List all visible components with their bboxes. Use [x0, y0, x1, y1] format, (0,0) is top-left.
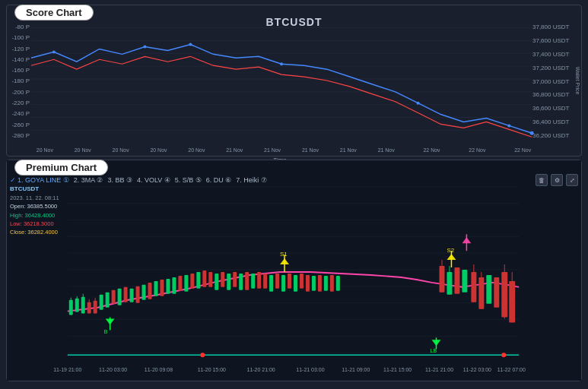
svg-text:21 Nov: 21 Nov — [340, 147, 358, 153]
delete-icon[interactable]: 🗑 — [536, 174, 548, 186]
svg-text:11-20 09:08: 11-20 09:08 — [145, 367, 173, 372]
svg-text:B: B — [104, 329, 108, 334]
svg-rect-71 — [202, 270, 206, 287]
svg-text:11-20 03:00: 11-20 03:00 — [99, 367, 127, 372]
toolbar-du-label: 6. DU ⑥ — [206, 176, 232, 184]
svg-rect-85 — [288, 274, 291, 289]
svg-rect-82 — [269, 275, 273, 292]
svg-text:11-21 03:00: 11-21 03:00 — [296, 367, 324, 372]
svg-rect-64 — [160, 280, 164, 296]
toolbar-volv-label: 4. VOLV ④ — [137, 176, 170, 184]
svg-rect-73 — [215, 274, 218, 290]
svg-text:20 Nov: 20 Nov — [37, 147, 54, 153]
svg-text:21 Nov: 21 Nov — [302, 147, 319, 153]
svg-text:21 Nov: 21 Nov — [378, 147, 396, 153]
svg-point-9 — [52, 50, 56, 53]
svg-rect-63 — [154, 281, 157, 296]
premium-chart-panel: Premium Chart ✓ 1. GOYA LINE ① 2. 3MA ② … — [6, 160, 582, 381]
svg-rect-90 — [318, 275, 322, 292]
svg-text:11-20 15:00: 11-20 15:00 — [198, 367, 226, 372]
svg-rect-31 — [7, 160, 581, 381]
chart-info: BTCUSDT 2023. 11. 22. 08:11 Open: 36385.… — [10, 185, 59, 236]
svg-rect-84 — [281, 275, 285, 292]
svg-rect-105 — [494, 277, 499, 308]
svg-rect-72 — [208, 272, 212, 287]
svg-text:11-21 09:00: 11-21 09:00 — [342, 367, 370, 372]
svg-point-15 — [530, 131, 534, 135]
svg-rect-57 — [118, 289, 122, 305]
svg-rect-86 — [294, 275, 297, 292]
chart-symbol: BTCUSDT — [10, 185, 59, 194]
svg-text:21 Nov: 21 Nov — [226, 147, 243, 153]
svg-text:Wallet Price: Wallet Price — [575, 67, 580, 95]
svg-text:20 Nov: 20 Nov — [188, 147, 205, 153]
svg-text:S1: S1 — [280, 251, 288, 258]
score-chart-panel: Score Chart -80 P -100 P -120 P -140 P -… — [6, 5, 582, 157]
svg-rect-59 — [130, 289, 134, 302]
premium-chart-label: Premium Chart — [14, 160, 108, 176]
svg-rect-58 — [124, 287, 128, 302]
svg-point-11 — [189, 43, 192, 46]
svg-rect-79 — [251, 274, 255, 289]
svg-rect-55 — [106, 293, 110, 308]
svg-rect-74 — [221, 272, 224, 287]
svg-text:22 Nov: 22 Nov — [514, 147, 532, 153]
svg-text:11-22 07:00: 11-22 07:00 — [497, 367, 526, 372]
svg-rect-104 — [486, 275, 491, 304]
svg-text:11-22 03:00: 11-22 03:00 — [463, 367, 491, 372]
svg-text:20 Nov: 20 Nov — [113, 147, 130, 153]
svg-rect-70 — [196, 272, 200, 289]
toolbar-goya[interactable]: ✓ 1. GOYA LINE ① — [10, 176, 69, 184]
svg-text:LB: LB — [431, 348, 437, 353]
svg-text:22 Nov: 22 Nov — [423, 147, 440, 153]
toolbar-heiki-label: 7. Heiki ⑦ — [236, 176, 267, 184]
svg-rect-80 — [257, 272, 261, 289]
svg-rect-61 — [142, 285, 146, 300]
toolbar-si-label: 5. S/B ⑤ — [175, 176, 202, 184]
expand-icon[interactable]: ⤢ — [566, 174, 578, 186]
svg-rect-91 — [324, 276, 328, 291]
svg-rect-66 — [172, 277, 176, 294]
svg-rect-93 — [336, 276, 340, 291]
svg-point-125 — [501, 353, 506, 357]
svg-rect-88 — [306, 275, 310, 292]
svg-rect-99 — [462, 270, 467, 293]
svg-text:11-21 21:00: 11-21 21:00 — [425, 367, 453, 372]
chart-open: Open: 36385.5000 — [10, 202, 59, 210]
svg-rect-75 — [227, 274, 230, 290]
settings-icon[interactable]: ⚙ — [551, 174, 563, 186]
toolbar-du[interactable]: 6. DU ⑥ — [206, 176, 232, 184]
svg-text:11-19 21:00: 11-19 21:00 — [53, 367, 81, 372]
svg-rect-81 — [263, 274, 267, 289]
toolbar-si[interactable]: 5. S/B ⑤ — [175, 176, 202, 184]
score-chart-label: Score Chart — [14, 5, 94, 21]
svg-rect-92 — [330, 275, 334, 292]
chart-close: Close: 36282.4000 — [10, 228, 59, 236]
svg-text:11-20 21:00: 11-20 21:00 — [247, 367, 275, 372]
svg-point-12 — [280, 62, 283, 65]
svg-text:11-21 15:00: 11-21 15:00 — [383, 367, 412, 372]
toolbar-icons: 🗑 ⚙ ⤢ — [536, 174, 578, 186]
svg-rect-77 — [239, 274, 243, 290]
toolbar-3ma[interactable]: 2. 3MA ② — [74, 176, 103, 184]
check-icon: ✓ — [10, 176, 16, 184]
premium-chart-svg: S1 S2 B LB 11-19 21:00 11-20 03:00 11-20… — [7, 160, 581, 381]
toolbar-goya-label: 1. GOYA LINE ① — [17, 176, 69, 184]
toolbar-heiki[interactable]: 7. Heiki ⑦ — [236, 176, 267, 184]
svg-point-13 — [417, 102, 420, 105]
svg-point-124 — [200, 353, 205, 357]
svg-text:22 Nov: 22 Nov — [469, 147, 486, 153]
svg-point-10 — [144, 45, 147, 48]
svg-rect-68 — [184, 275, 188, 292]
svg-text:21 Nov: 21 Nov — [264, 147, 281, 153]
toolbar-bb[interactable]: 3. BB ③ — [107, 176, 132, 184]
svg-rect-87 — [300, 274, 304, 289]
svg-rect-69 — [190, 274, 194, 289]
toolbar-bb-label: 3. BB ③ — [107, 176, 132, 184]
svg-rect-54 — [100, 295, 103, 310]
toolbar-3ma-label: 2. 3MA ② — [74, 176, 103, 184]
svg-text:20 Nov: 20 Nov — [75, 147, 92, 153]
toolbar-volv[interactable]: 4. VOLV ④ — [137, 176, 170, 184]
svg-text:S2: S2 — [447, 247, 454, 254]
svg-rect-78 — [245, 272, 249, 290]
